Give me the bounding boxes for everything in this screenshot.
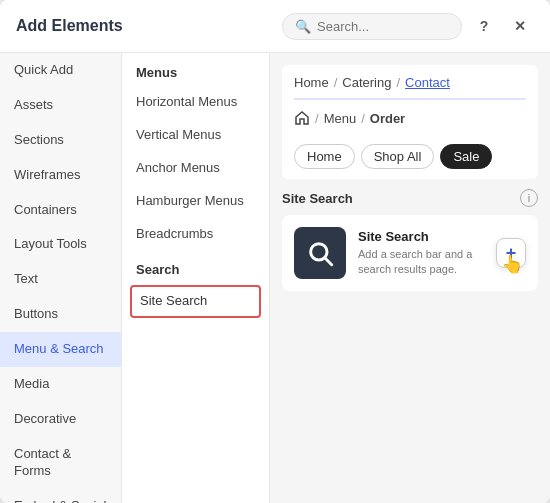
bc2-sep1: / xyxy=(315,111,319,126)
bc1-catering: Catering xyxy=(342,75,391,90)
breadcrumb-row-1: Home / Catering / Contact xyxy=(294,75,526,100)
bc2-menu: Menu xyxy=(324,111,357,126)
section-title-row: Site Search i xyxy=(282,189,538,207)
card-description: Add a search bar and a search results pa… xyxy=(358,247,484,278)
sidebar-item-text[interactable]: Text xyxy=(0,262,121,297)
card-icon xyxy=(294,227,346,279)
panel-body: Quick Add Assets Sections Wireframes Con… xyxy=(0,53,550,503)
bc1-home: Home xyxy=(294,75,329,90)
pill-shop-all[interactable]: Shop All xyxy=(361,144,435,169)
search-section-label: Search xyxy=(122,250,269,283)
card-title: Site Search xyxy=(358,229,484,244)
sidebar-item-media[interactable]: Media xyxy=(0,367,121,402)
sidebar-item-sections[interactable]: Sections xyxy=(0,123,121,158)
sidebar-item-decorative[interactable]: Decorative xyxy=(0,402,121,437)
sidebar-item-embed-social[interactable]: Embed & Social xyxy=(0,489,121,503)
panel-header: Add Elements 🔍 ? ✕ xyxy=(0,0,550,53)
pill-buttons: Home Shop All Sale xyxy=(294,144,526,169)
card-text: Site Search Add a search bar and a searc… xyxy=(358,229,484,278)
sidebar-item-assets[interactable]: Assets xyxy=(0,88,121,123)
close-button[interactable]: ✕ xyxy=(506,12,534,40)
sidebar-item-quick-add[interactable]: Quick Add xyxy=(0,53,121,88)
info-icon[interactable]: i xyxy=(520,189,538,207)
sidebar-item-layout-tools[interactable]: Layout Tools xyxy=(0,227,121,262)
sidebar-item-contact-forms[interactable]: Contact & Forms xyxy=(0,437,121,489)
bc2-order: Order xyxy=(370,111,405,126)
breadcrumb-row-2: / Menu / Order xyxy=(294,110,526,134)
search-input[interactable] xyxy=(317,19,449,34)
svg-line-1 xyxy=(325,258,331,264)
sidebar-item-buttons[interactable]: Buttons xyxy=(0,297,121,332)
preview-nav: Home / Catering / Contact / Menu / xyxy=(282,65,538,179)
add-elements-panel: Add Elements 🔍 ? ✕ Quick Add Assets Sect… xyxy=(0,0,550,503)
search-icon-card xyxy=(306,239,334,267)
bc1-sep1: / xyxy=(334,75,338,90)
search-icon: 🔍 xyxy=(295,19,311,34)
element-card-site-search[interactable]: Site Search Add a search bar and a searc… xyxy=(282,215,538,291)
middle-item-vertical-menus[interactable]: Vertical Menus xyxy=(122,119,269,152)
middle-item-hamburger-menus[interactable]: Hamburger Menus xyxy=(122,185,269,218)
bc1-contact: Contact xyxy=(405,75,450,90)
add-icon: + xyxy=(506,243,517,264)
menus-section-label: Menus xyxy=(122,53,269,86)
sidebar-item-wireframes[interactable]: Wireframes xyxy=(0,158,121,193)
sidebar-item-containers[interactable]: Containers xyxy=(0,193,121,228)
middle-item-site-search[interactable]: Site Search xyxy=(130,285,261,318)
right-content: Home / Catering / Contact / Menu / xyxy=(270,53,550,503)
section-title: Site Search xyxy=(282,191,353,206)
search-box[interactable]: 🔍 xyxy=(282,13,462,40)
middle-column: Menus Horizontal Menus Vertical Menus An… xyxy=(122,53,270,503)
sidebar-item-menu-search[interactable]: Menu & Search xyxy=(0,332,121,367)
pill-sale[interactable]: Sale xyxy=(440,144,492,169)
header-right: 🔍 ? ✕ xyxy=(282,12,534,40)
add-card-button[interactable]: + 👆 xyxy=(496,238,526,268)
middle-item-anchor-menus[interactable]: Anchor Menus xyxy=(122,152,269,185)
middle-item-horizontal-menus[interactable]: Horizontal Menus xyxy=(122,86,269,119)
left-sidebar: Quick Add Assets Sections Wireframes Con… xyxy=(0,53,122,503)
home-icon xyxy=(294,110,310,126)
bc2-sep2: / xyxy=(361,111,365,126)
panel-title: Add Elements xyxy=(16,17,123,35)
help-button[interactable]: ? xyxy=(470,12,498,40)
pill-home[interactable]: Home xyxy=(294,144,355,169)
middle-item-breadcrumbs[interactable]: Breadcrumbs xyxy=(122,218,269,251)
bc1-sep2: / xyxy=(396,75,400,90)
